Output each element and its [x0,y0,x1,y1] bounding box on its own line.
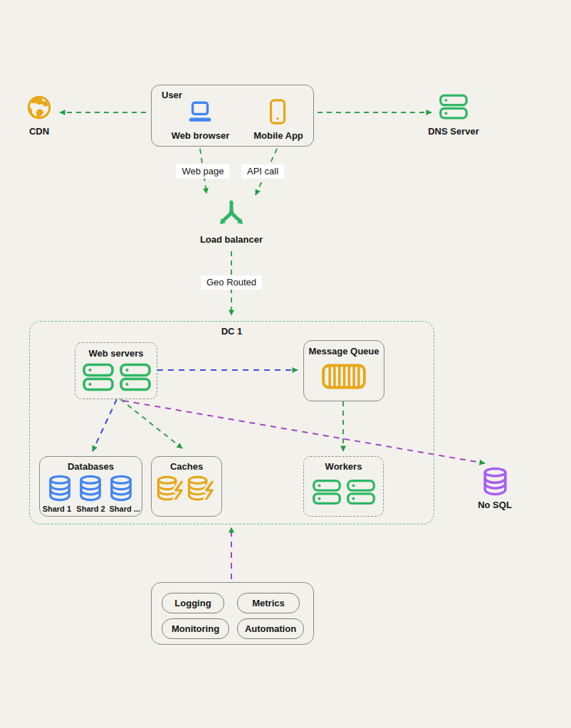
mobile-app-label: Mobile App [236,130,321,141]
databases-title: Databases [40,461,142,472]
automation-button[interactable]: Automation [237,618,304,639]
load-balancer-icon [215,200,248,230]
workers-node[interactable]: Workers [303,456,384,517]
monitoring-button[interactable]: Monitoring [162,618,229,639]
dns-server-icon [439,93,468,121]
user-title: User [162,90,182,100]
server-stack-icon [346,479,376,505]
caches-title: Caches [152,461,221,472]
web-page-flow-label: Web page [176,164,229,179]
logging-button[interactable]: Logging [162,593,224,613]
caches-node[interactable]: Caches [151,456,222,517]
smartphone-icon [268,98,288,125]
load-balancer-label: Load balancer [171,234,292,245]
nosql-database-icon [482,467,508,496]
cache-bolt-icon [187,475,217,504]
server-stack-icon [82,363,115,391]
user-node[interactable]: User Web browser Mobile App [151,85,314,147]
web-servers-title: Web servers [75,348,157,359]
shard-label: Shard 2 [74,505,108,513]
dns-server-label: DNS Server [421,126,486,137]
api-call-flow-label: API call [241,164,284,179]
database-cylinder-icon [78,475,103,502]
database-cylinder-icon [109,475,133,502]
cdn-label: CDN [11,126,68,137]
server-stack-icon [312,479,342,505]
web-browser-label: Web browser [152,130,249,141]
databases-node[interactable]: Databases Shard 1 Shard 2 Shard ... [39,456,142,517]
laptop-icon [187,100,214,124]
web-servers-node[interactable]: Web servers [75,342,157,399]
globe-icon [26,95,52,120]
shard-labels: Shard 1 Shard 2 Shard ... [40,505,142,513]
geo-routed-flow-label: Geo Routed [201,275,262,290]
database-cylinder-icon [48,475,72,502]
workers-title: Workers [304,461,383,472]
message-queue-title: Message Queue [304,346,384,357]
shard-label: Shard 1 [40,505,74,513]
architecture-diagram-canvas: CDN User Web browser Mobile App DNS Serv… [0,0,571,728]
metrics-button[interactable]: Metrics [237,593,300,613]
queue-bars-icon [322,362,366,391]
cache-bolt-icon [156,475,187,504]
nosql-label: No SQL [463,500,527,510]
server-stack-icon [119,363,152,391]
message-queue-node[interactable]: Message Queue [303,340,384,401]
observability-node[interactable]: Logging Metrics Monitoring Automation [151,582,314,645]
shard-label: Shard ... [108,505,142,513]
dc1-title: DC 1 [30,326,434,337]
